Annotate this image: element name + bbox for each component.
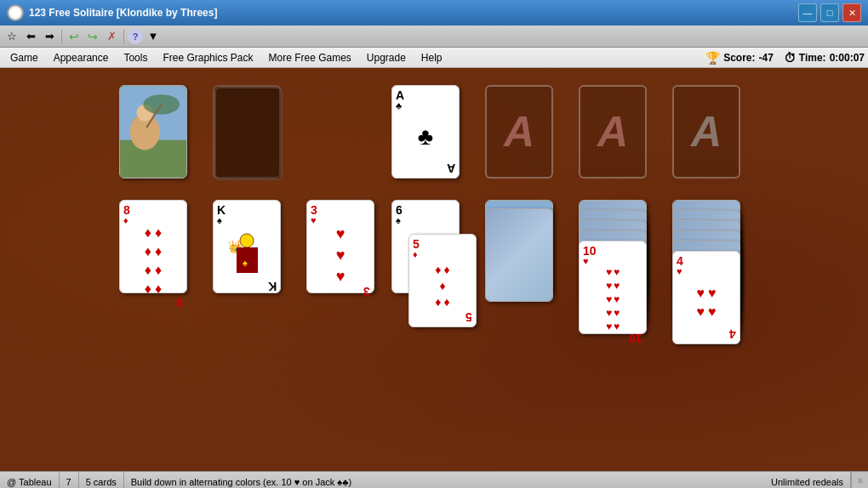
toolbar-separator [61, 30, 62, 43]
menu-game[interactable]: Game [3, 50, 45, 65]
toolbar-close-icon[interactable]: ✗ [103, 28, 120, 45]
score-label: Score: [723, 52, 755, 64]
close-button[interactable]: ✕ [842, 3, 861, 22]
title-bar-controls: — □ ✕ [798, 3, 861, 22]
hint-text: Build down in alternating colors (ex. 10… [131, 477, 351, 487]
tableau-col5-facedown-2 [485, 208, 553, 302]
tableau-col6-card-10hearts[interactable]: 10 ♥ ♥♥ ♥♥ ♥♥ ♥♥ ♥♥ 10 [579, 241, 647, 334]
toolbar-forward-icon[interactable]: ➡ [41, 28, 58, 45]
foundation-3[interactable]: A [579, 85, 647, 179]
tableau-col3-card1[interactable]: 3 ♥ ♥ ♥ ♥ 3 [306, 200, 374, 293]
card-suit-top: ♣ [396, 101, 455, 111]
menu-tools[interactable]: Tools [117, 50, 154, 65]
card-center-suit: ♣ [396, 111, 455, 162]
tableau-col7-card-4hearts[interactable]: 4 ♥ ♥♥ ♥♥ 4 [672, 251, 740, 344]
cards-label: 5 cards [86, 477, 117, 487]
status-count: 7 [60, 472, 79, 488]
scrollbar-thumb: ⠿ [851, 472, 868, 488]
card-rank-bottom: A [447, 162, 455, 174]
card-rank-top: A [396, 89, 455, 101]
svg-text:♠: ♠ [243, 258, 248, 268]
redeals-text: Unlimited redeals [771, 477, 843, 487]
minimize-button[interactable]: — [798, 3, 817, 22]
foundation-4[interactable]: A [672, 85, 740, 179]
score-icon: 🏆 [705, 51, 720, 65]
time-value: 0:00:07 [830, 52, 865, 64]
svg-point-10 [240, 234, 254, 247]
tableau-col1-card1[interactable]: 8 ♦ ♦♦ ♦♦ ♦♦ ♦♦ 8 [119, 200, 187, 293]
stock-pile[interactable] [119, 85, 187, 179]
status-redeals: Unlimited redeals [764, 472, 851, 488]
tableau-label: @ Tableau [7, 477, 52, 487]
score-value: -47 [758, 52, 773, 64]
status-bar: @ Tableau 7 5 cards Build down in altern… [0, 471, 868, 488]
clock-icon: ⏱ [784, 51, 796, 65]
status-hint: Build down in alternating colors (ex. 10… [124, 472, 764, 488]
foundation-1[interactable]: A ♣ ♣ A [391, 85, 460, 179]
foundation-ace-spades: A [691, 107, 722, 156]
menu-bar: Game Appearance Tools Free Graphics Pack… [0, 48, 868, 68]
toolbar-back-icon[interactable]: ⬅ [22, 28, 39, 45]
title-bar: 123 Free Solitaire [Klondike by Threes] … [0, 0, 868, 26]
toolbar-dropdown-icon[interactable]: ▼ [145, 28, 162, 45]
menu-upgrade[interactable]: Upgrade [360, 50, 413, 65]
time-label: Time: [799, 52, 826, 64]
menu-help[interactable]: Help [414, 50, 449, 65]
svg-point-5 [143, 94, 180, 114]
quick-access-toolbar: ☆ ⬅ ➡ ↩ ↪ ✗ ? ▼ [0, 26, 868, 48]
title-bar-left: 123 Free Solitaire [Klondike by Threes] [7, 4, 217, 21]
score-area: 🏆 Score: -47 ⏱ Time: 0:00:07 [705, 51, 865, 65]
toolbar-help-icon[interactable]: ? [128, 29, 143, 44]
toolbar-redo-icon[interactable]: ↪ [84, 28, 101, 45]
menu-free-graphics[interactable]: Free Graphics Pack [156, 50, 260, 65]
time-display: ⏱ Time: 0:00:07 [784, 51, 865, 65]
game-area[interactable]: A ♣ ♣ A A A A 8 ♦ ♦♦ ♦♦ ♦♦ ♦♦ 8 K ♠ [0, 68, 868, 471]
card-count: 7 [66, 477, 71, 487]
toolbar-separator-2 [123, 30, 124, 43]
score-display: 🏆 Score: -47 [705, 51, 774, 65]
toolbar-star-icon[interactable]: ☆ [3, 28, 20, 45]
maximize-button[interactable]: □ [820, 3, 839, 22]
app-icon [7, 4, 24, 21]
foundation-ace-diamonds: A [597, 107, 628, 156]
tableau-col2-card1[interactable]: K ♠ 👑 ♠ K [213, 200, 281, 293]
menu-appearance[interactable]: Appearance [47, 50, 116, 65]
foundation-2[interactable]: A [485, 85, 553, 179]
toolbar-undo-icon[interactable]: ↩ [66, 28, 83, 45]
window-title: 123 Free Solitaire [Klondike by Threes] [29, 7, 217, 19]
tableau-col4-card2[interactable]: 5 ♦ ♦♦ ♦ ♦♦ 5 [408, 234, 477, 327]
waste-pile[interactable] [213, 85, 281, 179]
status-cards: 5 cards [79, 472, 124, 488]
foundation-ace-hearts: A [504, 107, 534, 156]
status-tableau: @ Tableau [0, 472, 60, 488]
menu-more-games[interactable]: More Free Games [261, 50, 357, 65]
card-art-stock [120, 86, 186, 178]
